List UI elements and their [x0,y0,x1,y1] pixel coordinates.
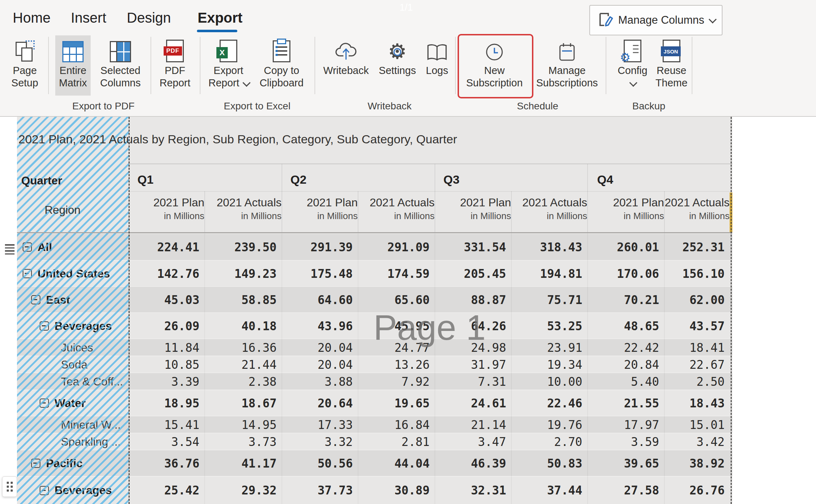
collapse-icon[interactable] [31,459,40,468]
logs-button[interactable]: Logs [422,35,452,96]
value-cell[interactable]: 10.00 [515,373,582,390]
value-cell[interactable]: 18.41 [657,339,725,356]
value-cell[interactable]: 31.97 [439,356,506,373]
value-cell[interactable]: 22.46 [515,390,582,416]
row-label-cell[interactable]: Sparkling ... [61,433,121,450]
collapse-icon[interactable] [40,486,49,495]
value-cell[interactable]: 16.84 [362,416,430,433]
value-cell[interactable]: 19.76 [515,416,582,433]
value-cell[interactable]: 22.42 [592,339,659,356]
value-cell[interactable]: 17.97 [592,416,659,433]
value-cell[interactable]: 224.41 [132,234,199,260]
row-label-cell[interactable]: Pacific [31,450,83,476]
value-cell[interactable]: 18.95 [132,390,199,416]
value-cell[interactable]: 3.54 [132,433,199,450]
value-cell[interactable]: 2.50 [657,373,725,390]
value-cell[interactable]: 21.55 [592,390,659,416]
row-label-cell[interactable]: East [31,287,70,313]
value-cell[interactable]: 7.31 [439,373,506,390]
tab-design[interactable]: Design [127,10,171,26]
value-cell[interactable]: 156.10 [657,260,725,287]
value-cell[interactable]: 175.48 [285,260,353,287]
quarter-header-q4[interactable]: Q4 [597,173,613,187]
copy-to-clipboard-button[interactable]: Copy toClipboard [255,35,308,96]
column-header-q2-plan[interactable]: 2021 Planin Millions [287,195,358,222]
value-cell[interactable]: 50.56 [285,450,353,476]
value-cell[interactable]: 22.67 [657,356,725,373]
column-header-q4-actuals[interactable]: 2021 Actualsin Millions [659,195,730,222]
value-cell[interactable]: 26.76 [657,476,725,504]
value-cell[interactable]: 174.59 [362,260,430,287]
row-drag-menu-icon[interactable] [5,244,15,256]
value-cell[interactable]: 53.25 [515,313,582,339]
quarter-header-q1[interactable]: Q1 [137,173,153,187]
value-cell[interactable]: 252.31 [657,234,725,260]
value-cell[interactable]: 19.65 [362,390,430,416]
settings-button[interactable]: ⚙ Settings [376,35,419,96]
value-cell[interactable]: 7.92 [362,373,430,390]
row-label-cell[interactable]: Soda [61,356,87,373]
value-cell[interactable]: 331.54 [439,234,506,260]
value-cell[interactable]: 37.44 [515,476,582,504]
value-cell[interactable]: 17.33 [285,416,353,433]
value-cell[interactable]: 19.34 [515,356,582,373]
export-report-button[interactable]: X ExportReport [202,35,255,96]
value-cell[interactable]: 21.14 [439,416,506,433]
row-label-cell[interactable]: Beverages [40,476,112,504]
value-cell[interactable]: 70.21 [592,287,659,313]
value-cell[interactable]: 50.83 [515,450,582,476]
value-cell[interactable]: 3.88 [285,373,353,390]
value-cell[interactable]: 5.40 [592,373,659,390]
drag-handle[interactable] [2,476,17,497]
value-cell[interactable]: 48.65 [592,313,659,339]
value-cell[interactable]: 45.03 [132,287,199,313]
page-setup-button[interactable]: PageSetup [2,35,47,96]
value-cell[interactable]: 2.70 [515,433,582,450]
value-cell[interactable]: 170.06 [592,260,659,287]
value-cell[interactable]: 20.84 [592,356,659,373]
value-cell[interactable]: 239.50 [209,234,277,260]
row-label-cell[interactable]: Water [40,390,86,416]
value-cell[interactable]: 23.91 [515,339,582,356]
reuse-theme-button[interactable]: JSON ReuseTheme [651,35,692,96]
value-cell[interactable]: 20.64 [285,390,353,416]
value-cell[interactable]: 20.04 [285,356,353,373]
value-cell[interactable]: 2.38 [209,373,277,390]
value-cell[interactable]: 318.43 [515,234,582,260]
manage-subscriptions-button[interactable]: ManageSubscriptions [532,35,602,96]
value-cell[interactable]: 44.04 [362,450,430,476]
value-cell[interactable]: 260.01 [592,234,659,260]
column-header-q4-plan[interactable]: 2021 Planin Millions [593,195,664,222]
value-cell[interactable]: 3.32 [285,433,353,450]
config-button[interactable]: ⚙ Config [614,35,651,96]
value-cell[interactable]: 41.17 [209,450,277,476]
value-cell[interactable]: 149.23 [209,260,277,287]
matrix-right-dashed-border[interactable] [731,117,732,504]
value-cell[interactable]: 75.71 [515,287,582,313]
value-cell[interactable]: 58.85 [209,287,277,313]
writeback-button[interactable]: Writeback [320,35,372,96]
value-cell[interactable]: 26.09 [132,313,199,339]
value-cell[interactable]: 2.81 [362,433,430,450]
row-label-cell[interactable]: United States [23,260,110,287]
value-cell[interactable]: 24.61 [439,390,506,416]
value-cell[interactable]: 11.84 [132,339,199,356]
row-label-cell[interactable]: Tea & Coff... [61,373,123,390]
frozen-column-dashed-border[interactable] [129,117,130,504]
manage-columns-button[interactable]: Manage Columns [589,5,722,35]
value-cell[interactable]: 62.00 [657,287,725,313]
value-cell[interactable]: 10.85 [132,356,199,373]
collapse-icon[interactable] [23,269,32,278]
value-cell[interactable]: 39.65 [592,450,659,476]
value-cell[interactable]: 43.96 [285,313,353,339]
tab-export[interactable]: Export [198,10,243,26]
value-cell[interactable]: 16.36 [209,339,277,356]
value-cell[interactable]: 29.32 [209,476,277,504]
collapse-icon[interactable] [31,295,40,304]
value-cell[interactable]: 18.43 [657,390,725,416]
value-cell[interactable]: 25.42 [132,476,199,504]
collapse-icon[interactable] [40,399,49,408]
collapse-icon[interactable] [23,242,32,252]
row-label-cell[interactable]: Mineral W... [61,416,121,433]
column-header-q3-actuals[interactable]: 2021 Actualsin Millions [516,195,587,222]
